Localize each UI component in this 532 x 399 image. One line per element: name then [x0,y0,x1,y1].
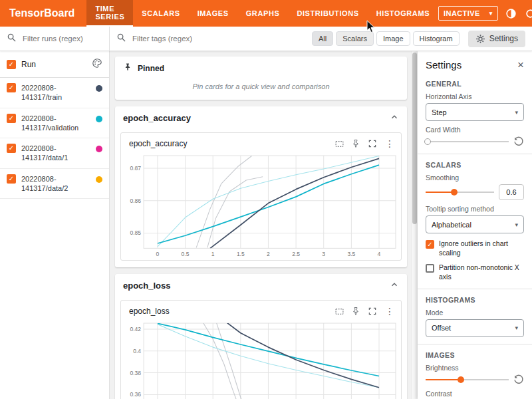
epoch-loss-chart[interactable]: 00.511.522.533.540.420.40.380.36 [121,318,401,399]
fit-to-data-icon[interactable] [334,138,344,149]
histogram-mode-value: Offset [432,324,451,332]
tab-graphs[interactable]: GRAPHS [237,0,289,27]
app-header: TensorBoard TIME SERIES SCALARS IMAGES G… [0,0,532,27]
svg-text:0.42: 0.42 [130,326,141,332]
svg-text:0.85: 0.85 [130,229,141,236]
fullscreen-icon[interactable] [367,306,378,317]
runs-sidebar: ✓ Run ✓ 20220808-141317/train ✓ 20220808… [0,51,110,399]
scrollbar-thumb[interactable] [412,53,417,224]
horizontal-axis-select[interactable]: Step ▾ [426,103,524,121]
horizontal-axis-value: Step [432,108,447,116]
chevron-up-icon[interactable] [390,280,399,291]
ignore-outliers-row[interactable]: ✓ Ignore outliers in chart scaling [426,239,524,257]
smoothing-value-input[interactable]: 0.6 [499,184,524,200]
run-name: 20220808-141317/data/1 [21,144,90,163]
main-content: Pinned Pin cards for a quick view and co… [110,51,418,399]
partition-x-axis-checkbox[interactable] [426,264,434,273]
horizontal-axis-label: Horizontal Axis [426,92,524,100]
tab-histograms[interactable]: HISTOGRAMS [368,0,438,27]
ignore-outliers-label: Ignore outliers in chart scaling [439,239,524,257]
run-checkbox[interactable]: ✓ [7,174,16,184]
run-row-data-2[interactable]: ✓ 20220808-141317/data/2 [0,169,109,200]
main-scrollbar[interactable] [411,51,418,399]
settings-panel-title: Settings [426,59,462,70]
card-width-slider[interactable] [426,137,509,146]
section-epoch-accuracy: epoch_accuracy epoch_accuracy [115,106,407,267]
run-checkbox[interactable]: ✓ [7,144,16,153]
fullscreen-icon[interactable] [367,138,378,149]
section-header-epoch-accuracy[interactable]: epoch_accuracy [115,106,407,130]
section-epoch-loss: epoch_loss epoch_loss [115,274,407,399]
section-title: epoch_accuracy [123,113,191,123]
select-all-runs-checkbox[interactable]: ✓ [7,60,16,69]
chevron-down-icon: ▾ [515,221,518,228]
svg-text:0.5: 0.5 [182,251,190,257]
reload-status-dropdown[interactable]: INACTIVE ▾ [438,6,497,21]
ignore-outliers-checkbox[interactable]: ✓ [426,240,434,249]
run-name: 20220808-141317/data/2 [21,174,90,194]
section-header-epoch-loss[interactable]: epoch_loss [115,274,407,297]
settings-heading-general: GENERAL [426,80,524,88]
refresh-icon[interactable] [525,7,532,19]
tab-distributions[interactable]: DISTRIBUTIONS [288,0,367,27]
run-row-train[interactable]: ✓ 20220808-141317/train [0,78,109,108]
svg-text:1.5: 1.5 [237,251,245,257]
main-nav: TIME SERIES SCALARS IMAGES GRAPHS DISTRI… [86,0,438,27]
tab-time-series[interactable]: TIME SERIES [86,0,133,27]
chart-title: epoch_loss [129,307,334,316]
more-options-icon[interactable]: ⋮ [384,138,396,149]
more-options-icon[interactable]: ⋮ [384,306,396,317]
svg-text:0: 0 [156,251,160,257]
settings-heading-histograms: HISTOGRAMS [426,296,524,304]
chart-title: epoch_accuracy [129,139,334,148]
tag-filter-chips: All Scalars Image Histogram [312,31,460,46]
smoothing-slider[interactable] [426,188,494,197]
pin-icon[interactable] [350,138,361,149]
reset-icon[interactable] [513,374,524,385]
chip-all[interactable]: All [312,31,333,46]
svg-text:0.36: 0.36 [130,392,141,398]
chevron-down-icon: ▾ [515,325,518,331]
tooltip-sorting-value: Alphabetical [432,221,471,229]
run-color-dot [96,146,102,152]
settings-button[interactable]: Settings [468,31,525,47]
app-title: TensorBoard [0,0,86,27]
run-checkbox[interactable]: ✓ [7,114,16,123]
tab-images[interactable]: IMAGES [189,0,237,27]
chevron-down-icon: ▾ [515,109,518,116]
svg-text:3.5: 3.5 [347,251,355,257]
run-row-data-1[interactable]: ✓ 20220808-141317/data/1 [0,138,109,169]
tooltip-sorting-select[interactable]: Alphabetical ▾ [426,215,524,233]
run-row-validation[interactable]: ✓ 20220808-141317/validation [0,108,109,139]
chevron-up-icon[interactable] [390,112,399,124]
settings-heading-images: IMAGES [426,351,524,359]
close-icon[interactable]: × [517,59,524,70]
reset-icon[interactable] [513,136,524,147]
chip-histogram[interactable]: Histogram [413,31,460,46]
run-color-dot [96,176,102,183]
svg-text:1: 1 [211,251,215,257]
filter-tags-input[interactable] [131,34,307,43]
chart-card-epoch-accuracy: epoch_accuracy ⋮ [120,132,402,261]
run-color-dot [96,116,102,122]
chip-image[interactable]: Image [376,31,410,46]
palette-icon[interactable] [92,58,102,70]
divider [418,344,532,344]
chevron-down-icon: ▾ [489,10,493,17]
filter-toolbar: All Scalars Image Histogram Settings [0,27,532,51]
brightness-label: Brightness [426,364,524,372]
pin-icon[interactable] [350,306,361,317]
epoch-accuracy-chart[interactable]: 00.511.522.533.540.850.860.87 [121,150,401,260]
fit-to-data-icon[interactable] [334,306,344,317]
card-width-label: Card Width [426,126,524,134]
partition-x-axis-row[interactable]: Partition non-monotonic X axis [426,263,524,281]
theme-toggle-icon[interactable] [505,7,517,19]
chart-card-epoch-loss: epoch_loss ⋮ [120,300,402,399]
chip-scalars[interactable]: Scalars [336,31,374,46]
histogram-mode-select[interactable]: Offset ▾ [426,319,524,337]
tags-toolbar: All Scalars Image Histogram Settings [110,27,532,51]
brightness-slider[interactable] [426,375,509,384]
run-checkbox[interactable]: ✓ [7,83,16,92]
svg-text:0.86: 0.86 [130,198,141,204]
tab-scalars[interactable]: SCALARS [133,0,188,27]
